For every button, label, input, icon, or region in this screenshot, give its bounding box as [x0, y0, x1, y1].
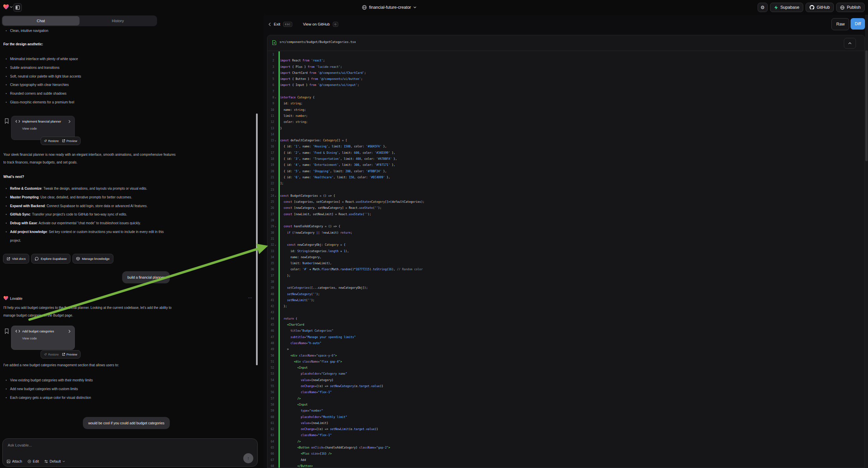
whats-next-list: Refine & Customize: Tweak the design, an… [6, 184, 175, 245]
line-number: 62 [268, 426, 274, 432]
code-line: 3import { Plus } from 'lucide-react'; [268, 64, 864, 70]
line-number: 17 [268, 150, 274, 156]
mode-selector[interactable]: Default [44, 459, 65, 463]
list-item: GitHub Sync: Transfer your project's cod… [6, 210, 175, 219]
line-number: 46 [268, 328, 274, 334]
publish-button[interactable]: Publish [836, 3, 865, 12]
line-number: 63 [268, 432, 274, 438]
line-number: 67 [268, 457, 274, 463]
chat-input-placeholder[interactable]: Ask Lovable... [8, 443, 32, 447]
code-line: 24⌄const BudgetCategories = () => { [268, 193, 864, 199]
visit-docs-button[interactable]: Visit docs [3, 254, 29, 264]
code-line: 59 type="number" [268, 408, 864, 414]
code-content[interactable]: 12import React from 'react';3import { Pl… [268, 51, 864, 468]
code-line: 17 { id: '2', name: 'Food & Dining', lim… [268, 150, 864, 156]
line-number: 43 [268, 309, 274, 315]
list-item: Master Prompting: Use clear, detailed, a… [6, 193, 175, 202]
whats-next-heading: What's next? [3, 175, 24, 179]
line-number: 36 [268, 266, 274, 272]
tab-history[interactable]: History [80, 16, 157, 26]
chat-scrollbar[interactable] [256, 114, 258, 365]
code-line: 27 const [newLimit, setNewLimit] = React… [268, 211, 864, 217]
manage-knowledge-button[interactable]: Manage knowledge [72, 254, 113, 264]
explore-supabase-button[interactable]: Explore Supabase [31, 254, 70, 264]
restore-preview-pill: ↺ Restore Preview [40, 137, 81, 145]
bullet-dot [6, 76, 7, 77]
line-number: 30 [268, 230, 274, 236]
list-item: Add project knowledge: Set key context o… [6, 228, 175, 245]
code-line: 54 value={newCategory} [268, 377, 864, 383]
line-number: 4 [268, 70, 274, 76]
fold-chevron-icon[interactable]: ⌄ [275, 242, 276, 248]
restore-icon: ↺ [44, 352, 46, 356]
github-button[interactable]: GitHub [806, 3, 834, 12]
code-line: 1 [268, 51, 864, 57]
esc-kbd-badge: ESC [283, 22, 292, 27]
view-on-github-button[interactable]: View on GitHub [303, 22, 330, 26]
diff-toggle-button[interactable]: Diff [850, 18, 865, 30]
edit-mode-button[interactable]: Edit [28, 459, 39, 463]
code-scrollbar-thumb[interactable] [865, 50, 868, 161]
bullet-dot [6, 84, 7, 85]
code-line: 34 name: newCategory, [268, 254, 864, 260]
preview-button[interactable]: Preview [62, 353, 77, 356]
code-line: 44 return ( [268, 316, 864, 322]
version-card-add-budget-categories[interactable]: Add budget categories View code [11, 326, 75, 350]
code-line: 22]; [268, 180, 864, 186]
project-title-menu[interactable]: financial-future-creator [349, 0, 430, 15]
bullet-dot [6, 214, 7, 215]
code-line: 68 </Button> [268, 463, 864, 468]
fold-chevron-icon[interactable]: ⌄ [275, 94, 276, 100]
file-path: src/components/budget/BudgetCategories.t… [279, 40, 356, 43]
code-line: 35 limit: Number(newLimit), [268, 260, 864, 266]
code-line: 6import { Input } from '@/components/ui/… [268, 82, 864, 88]
code-line: 9 id: string; [268, 100, 864, 107]
list-item: Clean, intuitive navigation [6, 27, 175, 35]
exit-button[interactable]: Exit [274, 22, 280, 26]
toggle-sidebar-button[interactable] [13, 3, 22, 12]
supabase-button[interactable]: Supabase [770, 3, 803, 12]
fold-chevron-icon[interactable]: ⌄ [275, 193, 276, 199]
tab-chat[interactable]: Chat [2, 16, 80, 26]
line-number: 18 [268, 156, 274, 162]
bookmark-icon[interactable] [5, 118, 9, 124]
line-number: 40 [268, 291, 274, 297]
line-number: 2 [268, 57, 274, 63]
gear-icon: ⚙ [761, 5, 765, 10]
line-number: 47 [268, 334, 274, 340]
line-number: 58 [268, 402, 274, 408]
view-code-link[interactable]: View code [22, 337, 70, 340]
chat-input-box[interactable]: Ask Lovable... Attach Edit [2, 438, 258, 467]
list-item: Expand with Backend: Connect Supabase to… [6, 202, 175, 210]
user-message-row: would be cool if you could add budget ca… [3, 417, 170, 429]
restore-button-disabled[interactable]: ↺ Restore [44, 352, 59, 356]
line-number: 5 [268, 76, 274, 82]
preview-button[interactable]: Preview [62, 139, 77, 143]
code-line: 53 placeholder="Category name" [268, 371, 864, 377]
lovable-logo-icon[interactable] [3, 4, 9, 10]
file-header[interactable]: src/components/budget/BudgetCategories.t… [268, 35, 865, 51]
message-menu-button[interactable]: ⋯ [248, 295, 252, 300]
code-line: 46 title="Budget Categories" [268, 328, 864, 334]
bullet-dot [6, 380, 7, 381]
raw-toggle-button[interactable]: Raw [831, 18, 849, 30]
line-number: 11 [268, 113, 274, 119]
chevron-right-icon [68, 330, 70, 333]
attach-button[interactable]: Attach [7, 459, 22, 463]
collapse-file-button[interactable] [844, 38, 856, 49]
fold-chevron-icon[interactable]: ⌄ [275, 223, 276, 229]
line-number: 55 [268, 383, 274, 389]
line-number: 49 [268, 346, 274, 352]
view-code-link[interactable]: View code [22, 126, 70, 130]
settings-button[interactable]: ⚙ [757, 3, 768, 12]
line-number: 20 [268, 168, 274, 174]
fold-chevron-icon[interactable]: ⌄ [275, 137, 276, 143]
code-line: 16 { id: '1', name: 'Housing', limit: 15… [268, 143, 864, 149]
restore-button[interactable]: ↺ Restore [44, 139, 59, 143]
logo-chevron-down-icon[interactable] [10, 6, 13, 8]
line-number: 9 [268, 100, 274, 107]
send-button[interactable]: ↑ [243, 453, 253, 463]
code-line: 38 [268, 279, 864, 285]
bookmark-icon[interactable] [5, 328, 9, 334]
restore-icon: ↺ [44, 139, 46, 143]
